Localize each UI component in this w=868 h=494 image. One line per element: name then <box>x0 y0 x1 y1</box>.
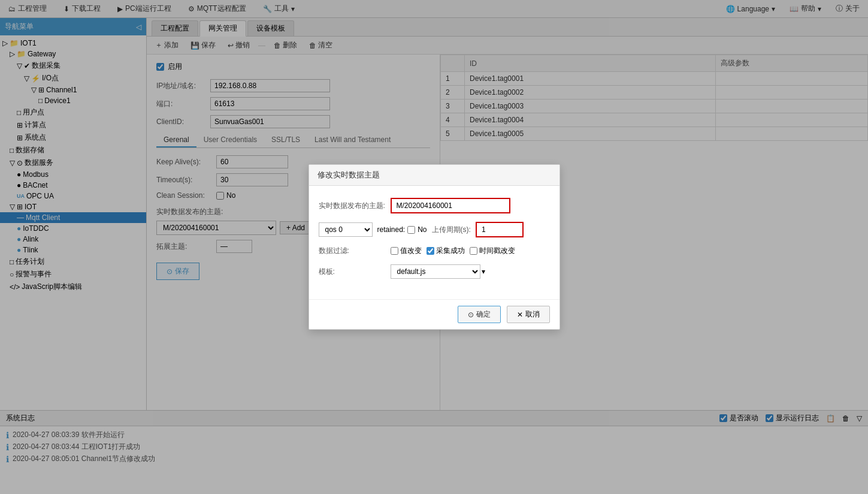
filter-collect-label: 采集成功 <box>436 246 465 256</box>
retained-label: retained: <box>377 225 406 234</box>
filter-label: 数据过滤: <box>319 246 391 256</box>
modal-template-row: 模板: default.js ▾ <box>319 264 550 279</box>
modal-topic-input[interactable] <box>391 198 510 213</box>
filter-value-change[interactable]: 值改变 <box>391 246 422 256</box>
modal-topic-row: 实时数据发布的主题: <box>319 198 550 213</box>
modal-overlay: 修改实时数据主题 实时数据发布的主题: qos 0 qos 1 qos 2 re… <box>0 0 868 494</box>
template-label: 模板: <box>319 267 391 277</box>
modal-qos-row: qos 0 qos 1 qos 2 retained: No 上传周期(s): <box>319 222 550 237</box>
period-label: 上传周期(s): <box>432 225 471 235</box>
modal-qos-select[interactable]: qos 0 qos 1 qos 2 <box>319 222 373 237</box>
filter-collect-checkbox[interactable] <box>427 247 434 255</box>
retained-no: No <box>418 225 427 234</box>
modal-cancel-button[interactable]: ✕ 取消 <box>507 306 550 323</box>
retained-checkbox[interactable] <box>407 226 415 234</box>
modal-body: 实时数据发布的主题: qos 0 qos 1 qos 2 retained: N… <box>309 186 559 299</box>
modal-template-select-wrap: default.js ▾ <box>391 264 485 279</box>
modal-title: 修改实时数据主题 <box>309 165 559 186</box>
modal-retained: retained: No <box>377 225 427 234</box>
modal-filter-row: 数据过滤: 值改变 采集成功 时间戳改变 <box>319 246 550 256</box>
filter-value-checkbox[interactable] <box>391 247 398 255</box>
modal: 修改实时数据主题 实时数据发布的主题: qos 0 qos 1 qos 2 re… <box>309 164 560 330</box>
modal-footer: ⊙ 确定 ✕ 取消 <box>309 299 559 329</box>
period-input[interactable] <box>476 222 524 237</box>
filter-value-label: 值改变 <box>400 246 422 256</box>
filter-timestamp-change[interactable]: 时间戳改变 <box>470 246 515 256</box>
template-chevron-icon: ▾ <box>482 267 485 276</box>
filter-options: 值改变 采集成功 时间戳改变 <box>391 246 515 256</box>
filter-collect-success[interactable]: 采集成功 <box>427 246 465 256</box>
template-select[interactable]: default.js <box>391 264 480 279</box>
modal-confirm-button[interactable]: ⊙ 确定 <box>458 306 501 323</box>
filter-timestamp-checkbox[interactable] <box>470 247 477 255</box>
filter-timestamp-label: 时间戳改变 <box>479 246 515 256</box>
modal-topic-label: 实时数据发布的主题: <box>319 201 391 211</box>
